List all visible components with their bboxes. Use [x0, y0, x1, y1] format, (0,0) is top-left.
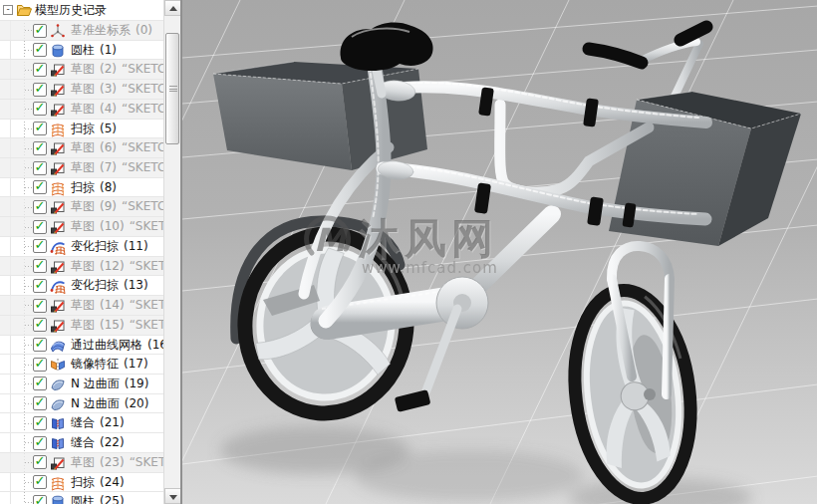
- graphics-viewport[interactable]: M 沐风网 www.mfcad.com: [182, 0, 817, 504]
- feature-checkbox[interactable]: ✓: [33, 102, 47, 116]
- tree-row[interactable]: ✓草图(15)“SKETC: [0, 315, 163, 335]
- checkmark-icon: ✓: [34, 394, 46, 409]
- sweep-icon: [50, 475, 66, 491]
- feature-checkbox[interactable]: ✓: [33, 63, 47, 77]
- tree-row[interactable]: ✓N 边曲面(20): [0, 393, 163, 413]
- feature-checkbox[interactable]: ✓: [33, 338, 47, 352]
- tree-row[interactable]: ✓基准坐标系(0): [0, 20, 163, 40]
- feature-checkbox[interactable]: ✓: [33, 416, 47, 430]
- scroll-up-button[interactable]: [164, 0, 181, 16]
- checkmark-icon: ✓: [34, 375, 46, 389]
- sketch-icon: [50, 455, 66, 471]
- sew-icon: [50, 415, 66, 431]
- tree-row[interactable]: ✓变化扫掠(13): [0, 275, 163, 295]
- feature-checkbox[interactable]: ✓: [33, 141, 47, 155]
- feature-label: N 边曲面(20): [71, 394, 148, 414]
- feature-label: 基准坐标系(0): [71, 21, 152, 41]
- folder-open-icon: [16, 2, 32, 18]
- checkmark-icon: ✓: [34, 139, 46, 154]
- tree-row[interactable]: ✓草图(7)“SKETCH: [0, 157, 163, 177]
- checkmark-icon: ✓: [34, 61, 46, 76]
- collapse-icon[interactable]: -: [3, 5, 13, 15]
- checkmark-icon: ✓: [34, 453, 46, 468]
- sketch-icon: [50, 259, 66, 275]
- feature-checkbox[interactable]: ✓: [33, 200, 47, 214]
- feature-label: 草图(3)“SKETCH: [71, 80, 163, 100]
- feature-label: 草图(12)“SKETC: [71, 257, 163, 277]
- tree-row[interactable]: ✓扫掠(8): [0, 177, 163, 197]
- tree-root-row[interactable]: - 模型历史记录: [0, 0, 163, 20]
- checkmark-icon: ✓: [34, 297, 46, 312]
- tree-row[interactable]: ✓扫掠(5): [0, 119, 163, 138]
- tree-row[interactable]: ✓草图(14)“SKETC: [0, 295, 163, 315]
- feature-checkbox[interactable]: ✓: [33, 83, 47, 97]
- tree-row[interactable]: ✓草图(2)“SKETCH: [0, 59, 163, 79]
- feature-checkbox[interactable]: ✓: [33, 259, 47, 273]
- n-sided-surface-icon: [50, 396, 66, 412]
- feature-checkbox[interactable]: ✓: [33, 279, 47, 293]
- feature-checkbox[interactable]: ✓: [33, 220, 47, 234]
- sketch-icon: [50, 219, 66, 235]
- checkmark-icon: ✓: [34, 159, 46, 174]
- feature-checkbox[interactable]: ✓: [33, 436, 47, 450]
- feature-checkbox[interactable]: ✓: [33, 180, 47, 194]
- cylinder-icon: [50, 494, 66, 504]
- checkmark-icon: ✓: [34, 198, 46, 213]
- variational-sweep-icon: [50, 278, 66, 294]
- tree-row[interactable]: ✓变化扫掠(11): [0, 236, 163, 256]
- tree-row[interactable]: ✓N 边曲面(19): [0, 374, 163, 393]
- feature-checkbox[interactable]: ✓: [33, 318, 47, 332]
- feature-checkbox[interactable]: ✓: [33, 122, 47, 135]
- checkmark-icon: ✓: [34, 178, 46, 193]
- sketch-icon: [50, 160, 66, 176]
- scrollbar-thumb[interactable]: [165, 33, 179, 144]
- feature-label: 缝合(21): [71, 413, 125, 433]
- sketch-icon: [50, 82, 66, 98]
- tree-row[interactable]: ✓圆柱(1): [0, 40, 163, 60]
- feature-checkbox[interactable]: ✓: [33, 495, 47, 504]
- feature-label: 草图(4)“SKETCH: [71, 100, 163, 120]
- feature-checkbox[interactable]: ✓: [33, 239, 47, 253]
- feature-label: 变化扫掠(11): [71, 237, 148, 257]
- feature-checkbox[interactable]: ✓: [33, 299, 47, 313]
- feature-label: 镜像特征(17): [71, 355, 148, 375]
- feature-checkbox[interactable]: ✓: [33, 43, 47, 57]
- tree-row[interactable]: ✓草图(4)“SKETCH: [0, 99, 163, 119]
- feature-checkbox[interactable]: ✓: [33, 358, 47, 372]
- sketch-icon: [50, 140, 66, 156]
- checkmark-icon: ✓: [34, 81, 46, 96]
- feature-checkbox[interactable]: ✓: [33, 396, 47, 410]
- feature-checkbox[interactable]: ✓: [33, 377, 47, 390]
- tree-row[interactable]: ✓通过曲线网格(16): [0, 335, 163, 355]
- through-curve-mesh-icon: [50, 338, 66, 354]
- tree-scrollbar[interactable]: [163, 0, 180, 504]
- checkmark-icon: ✓: [34, 434, 46, 449]
- tree-row[interactable]: ✓草图(10)“SKETC: [0, 216, 163, 236]
- sweep-icon: [50, 180, 66, 196]
- feature-checkbox[interactable]: ✓: [33, 24, 47, 38]
- tree-row[interactable]: ✓缝合(22): [0, 432, 163, 452]
- mirror-feature-icon: [50, 357, 66, 373]
- tree-row[interactable]: ✓镜像特征(17): [0, 354, 163, 374]
- feature-label: N 边曲面(19): [71, 375, 148, 394]
- tree-row[interactable]: ✓草图(9)“SKETCH: [0, 196, 163, 216]
- tree-row[interactable]: ✓草图(3)“SKETCH: [0, 79, 163, 99]
- scroll-down-button[interactable]: [164, 488, 181, 504]
- tree-row[interactable]: ✓圆柱(25): [0, 491, 163, 504]
- feature-checkbox[interactable]: ✓: [33, 161, 47, 175]
- tree-row[interactable]: ✓缝合(21): [0, 412, 163, 432]
- bicycle-3d-scene[interactable]: [182, 0, 817, 504]
- sweep-icon: [50, 122, 66, 137]
- tree-row[interactable]: ✓草图(12)“SKETC: [0, 256, 163, 276]
- tree-row[interactable]: ✓草图(23)“SKETC: [0, 452, 163, 472]
- feature-checkbox[interactable]: ✓: [33, 475, 47, 489]
- cylinder-icon: [50, 43, 66, 59]
- feature-checkbox[interactable]: ✓: [33, 455, 47, 469]
- tree-row[interactable]: ✓扫掠(24): [0, 472, 163, 492]
- feature-label: 草图(15)“SKETC: [71, 316, 163, 336]
- tree-root-label: 模型历史记录: [35, 0, 107, 20]
- feature-label: 草图(2)“SKETCH: [71, 60, 163, 80]
- tree-row[interactable]: ✓草图(6)“SKETCH: [0, 137, 163, 157]
- feature-label: 扫掠(8): [71, 178, 117, 198]
- feature-label: 缝合(22): [71, 433, 125, 453]
